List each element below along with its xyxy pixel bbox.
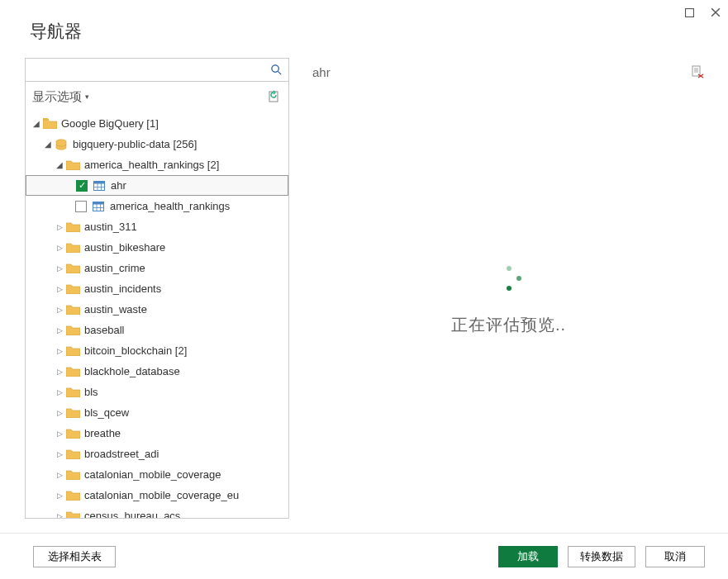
svg-rect-5 bbox=[94, 181, 105, 183]
tree-node-folder[interactable]: breathe bbox=[26, 423, 288, 444]
tree-node-folder[interactable]: austin_waste bbox=[26, 299, 288, 320]
tree-node-folder[interactable]: austin_incidents bbox=[26, 278, 288, 299]
folder-icon bbox=[65, 448, 80, 460]
tree-label: bls bbox=[84, 386, 98, 398]
search-input[interactable] bbox=[32, 60, 269, 80]
folder-icon bbox=[65, 469, 80, 481]
tree-label: catalonian_mobile_coverage_eu bbox=[84, 489, 239, 501]
display-options-dropdown[interactable]: 显示选项 ▾ bbox=[32, 89, 267, 105]
refresh-icon[interactable] bbox=[267, 89, 282, 104]
folder-icon bbox=[65, 490, 80, 501]
tree-node-folder[interactable]: catalonian_mobile_coverage bbox=[26, 464, 288, 485]
tree-label: breathe bbox=[84, 427, 121, 439]
folder-icon bbox=[65, 283, 80, 295]
expand-toggle[interactable] bbox=[54, 409, 65, 417]
folder-icon bbox=[65, 263, 80, 274]
navigator-tree[interactable]: ◢ Google BigQuery [1] ◢ bigquery-public-… bbox=[26, 112, 288, 518]
tree-node-dataset[interactable]: ◢ bigquery-public-data [256] bbox=[26, 134, 288, 154]
tree-node-table-ahr-full[interactable]: america_health_rankings bbox=[26, 196, 288, 216]
tree-label: catalonian_mobile_coverage bbox=[84, 468, 221, 481]
table-icon bbox=[92, 180, 107, 192]
display-options-row: 显示选项 ▾ bbox=[26, 82, 288, 112]
folder-icon bbox=[65, 366, 80, 377]
folder-icon bbox=[65, 221, 80, 233]
tree-label: baseball bbox=[84, 324, 124, 336]
preview-title: ahr bbox=[312, 65, 690, 79]
folder-icon bbox=[65, 345, 80, 357]
tree-label: bitcoin_blockchain [2] bbox=[84, 344, 187, 357]
expand-toggle[interactable] bbox=[54, 491, 65, 500]
folder-icon bbox=[65, 407, 80, 419]
close-icon[interactable] bbox=[710, 7, 721, 18]
checkbox[interactable] bbox=[75, 201, 87, 212]
tree-label: america_health_rankings bbox=[110, 200, 230, 212]
loading-text: 正在评估预览.. bbox=[451, 314, 566, 336]
tree-label: austin_311 bbox=[84, 221, 137, 233]
tree-node-table-ahr[interactable]: ✓ ahr bbox=[26, 175, 288, 196]
chevron-down-icon: ▾ bbox=[85, 93, 89, 101]
expand-toggle[interactable] bbox=[54, 244, 65, 252]
tree-label: broadstreet_adi bbox=[84, 448, 159, 460]
expand-toggle[interactable] bbox=[54, 326, 65, 335]
expand-toggle[interactable] bbox=[54, 264, 65, 273]
tree-node-folder[interactable]: austin_crime bbox=[26, 258, 288, 278]
tree-node-folder[interactable]: austin_bikeshare bbox=[26, 237, 288, 258]
tree-node-folder[interactable]: baseball bbox=[26, 320, 288, 340]
expand-toggle[interactable]: ◢ bbox=[31, 119, 42, 128]
tree-node-folder[interactable]: blackhole_database bbox=[26, 361, 288, 382]
folder-icon bbox=[65, 510, 80, 519]
expand-toggle[interactable] bbox=[54, 388, 65, 396]
tree-node-folder[interactable]: bls bbox=[26, 382, 288, 402]
maximize-icon[interactable] bbox=[683, 7, 695, 18]
expand-toggle[interactable] bbox=[54, 223, 65, 231]
cancel-button[interactable]: 取消 bbox=[645, 546, 705, 567]
navigator-panel: 显示选项 ▾ ◢ Google BigQuery [1] ◢ bigquer bbox=[25, 58, 289, 519]
tree-node-folder[interactable]: census_bureau_acs bbox=[26, 505, 288, 518]
expand-toggle[interactable] bbox=[54, 306, 65, 314]
tree-label: bigquery-public-data [256] bbox=[73, 138, 197, 150]
tree-node-folder-ahr-group[interactable]: ◢ america_health_rankings [2] bbox=[26, 154, 288, 175]
load-button[interactable]: 加载 bbox=[498, 546, 558, 567]
svg-point-1 bbox=[271, 65, 278, 72]
table-icon bbox=[91, 201, 106, 212]
tree-label: austin_waste bbox=[84, 303, 147, 316]
tree-node-folder[interactable]: broadstreet_adi bbox=[26, 444, 288, 464]
svg-rect-7 bbox=[93, 202, 104, 204]
expand-toggle[interactable] bbox=[54, 512, 65, 519]
tree-label: austin_bikeshare bbox=[84, 241, 165, 254]
display-options-label: 显示选项 bbox=[32, 89, 82, 105]
tree-node-root[interactable]: ◢ Google BigQuery [1] bbox=[26, 113, 288, 134]
expand-toggle[interactable] bbox=[54, 471, 65, 479]
checkbox[interactable]: ✓ bbox=[76, 180, 88, 192]
select-related-button[interactable]: 选择相关表 bbox=[33, 546, 116, 567]
expand-toggle[interactable] bbox=[54, 347, 65, 355]
tree-label: austin_crime bbox=[84, 262, 145, 274]
preview-action-icon[interactable] bbox=[690, 64, 705, 79]
folder-icon bbox=[65, 428, 80, 439]
expand-toggle[interactable] bbox=[54, 430, 65, 438]
folder-icon bbox=[65, 159, 80, 171]
svg-rect-0 bbox=[685, 8, 693, 17]
tree-node-folder[interactable]: bitcoin_blockchain [2] bbox=[26, 340, 288, 361]
folder-icon bbox=[65, 242, 80, 254]
folder-icon bbox=[65, 304, 80, 316]
expand-toggle[interactable] bbox=[54, 368, 65, 376]
tree-node-folder[interactable]: catalonian_mobile_coverage_eu bbox=[26, 485, 288, 505]
tree-label: america_health_rankings [2] bbox=[84, 159, 219, 171]
expand-toggle[interactable] bbox=[54, 285, 65, 293]
folder-icon bbox=[65, 325, 80, 336]
expand-toggle[interactable]: ◢ bbox=[54, 160, 65, 169]
loading-spinner bbox=[497, 266, 521, 291]
database-icon bbox=[54, 139, 69, 150]
expand-toggle[interactable]: ◢ bbox=[42, 140, 54, 149]
tree-label: ahr bbox=[111, 179, 126, 192]
expand-toggle[interactable] bbox=[54, 450, 65, 458]
tree-node-folder[interactable]: austin_311 bbox=[26, 216, 288, 237]
transform-data-button[interactable]: 转换数据 bbox=[568, 546, 635, 567]
tree-label: austin_incidents bbox=[84, 282, 161, 295]
tree-node-folder[interactable]: bls_qcew bbox=[26, 402, 288, 423]
search-icon[interactable] bbox=[269, 63, 283, 78]
search-bar bbox=[26, 59, 288, 82]
svg-rect-2 bbox=[269, 92, 278, 102]
dialog-title: 导航器 bbox=[0, 0, 728, 58]
